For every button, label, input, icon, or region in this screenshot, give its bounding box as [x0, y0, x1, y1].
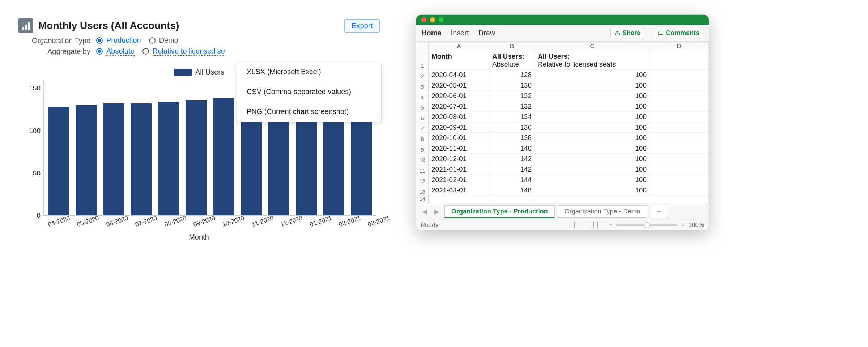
- ribbon-tab-draw[interactable]: Draw: [478, 29, 495, 37]
- cell[interactable]: 100: [535, 175, 650, 185]
- cell[interactable]: 148: [489, 185, 535, 195]
- cell[interactable]: All Users:Relative to licensed seats: [535, 51, 650, 69]
- cell[interactable]: 2020-12-01: [429, 154, 489, 164]
- option-relative[interactable]: Relative to licensed se: [153, 47, 225, 56]
- table-row[interactable]: 22020-04-01128100: [416, 70, 709, 80]
- add-sheet-button[interactable]: ＋: [650, 205, 668, 218]
- cell[interactable]: [650, 196, 709, 203]
- row-number[interactable]: 14: [416, 196, 429, 203]
- cell[interactable]: 100: [535, 154, 650, 164]
- minimize-icon[interactable]: [430, 17, 435, 22]
- cell[interactable]: 100: [535, 133, 650, 143]
- table-row[interactable]: 1MonthAll Users:AbsoluteAll Users:Relati…: [416, 51, 709, 70]
- option-production[interactable]: Production: [106, 36, 141, 45]
- row-number[interactable]: 3: [416, 80, 429, 90]
- radio-demo[interactable]: [149, 37, 156, 44]
- comments-button[interactable]: Comments: [654, 28, 703, 38]
- zoom-in-button[interactable]: +: [681, 221, 685, 229]
- row-number[interactable]: 8: [416, 133, 429, 143]
- radio-absolute[interactable]: [96, 48, 103, 55]
- table-row[interactable]: 92020-11-01140100: [416, 143, 709, 154]
- cell[interactable]: 2020-09-01: [429, 122, 489, 132]
- cell[interactable]: 142: [489, 164, 535, 174]
- cell[interactable]: [650, 51, 709, 69]
- cell[interactable]: 2020-07-01: [429, 101, 489, 111]
- row-number[interactable]: 6: [416, 112, 429, 122]
- cell[interactable]: [650, 70, 709, 80]
- cell[interactable]: 100: [535, 101, 650, 111]
- option-absolute[interactable]: Absolute: [106, 47, 135, 56]
- cell[interactable]: 2020-11-01: [429, 143, 489, 153]
- ribbon-tab-insert[interactable]: Insert: [451, 29, 469, 37]
- cell[interactable]: [650, 101, 709, 111]
- view-layout-icon[interactable]: [586, 222, 594, 228]
- cell[interactable]: 2020-04-01: [429, 70, 489, 80]
- cell[interactable]: 136: [489, 122, 535, 132]
- cell[interactable]: 140: [489, 143, 535, 153]
- row-number[interactable]: 1: [416, 51, 429, 69]
- ribbon-tab-home[interactable]: Home: [421, 29, 442, 37]
- close-icon[interactable]: [421, 17, 426, 22]
- col-header-b[interactable]: B: [489, 42, 535, 51]
- table-row[interactable]: 52020-07-01132100: [416, 101, 709, 112]
- cell[interactable]: 100: [535, 143, 650, 153]
- table-row[interactable]: 132021-03-01148100: [416, 185, 709, 196]
- row-number[interactable]: 5: [416, 101, 429, 111]
- cell[interactable]: 134: [489, 112, 535, 122]
- cell[interactable]: 2021-02-01: [429, 175, 489, 185]
- cell[interactable]: 100: [535, 185, 650, 195]
- maximize-icon[interactable]: [439, 17, 444, 22]
- cell[interactable]: 2020-06-01: [429, 91, 489, 101]
- share-button[interactable]: Share: [610, 28, 644, 38]
- cell[interactable]: 100: [535, 122, 650, 132]
- cell[interactable]: [650, 185, 709, 195]
- cell[interactable]: [650, 175, 709, 185]
- cell[interactable]: Month: [429, 51, 489, 69]
- cell[interactable]: [650, 133, 709, 143]
- cell[interactable]: 2020-08-01: [429, 112, 489, 122]
- cell[interactable]: 100: [535, 70, 650, 80]
- row-number[interactable]: 2: [416, 70, 429, 80]
- radio-production[interactable]: [96, 37, 103, 44]
- sheet-nav-prev[interactable]: ◀: [420, 208, 429, 216]
- row-number[interactable]: 11: [416, 164, 429, 174]
- cell[interactable]: 132: [489, 91, 535, 101]
- export-csv[interactable]: CSV (Comma-separated values): [237, 82, 381, 102]
- view-break-icon[interactable]: [597, 222, 605, 228]
- zoom-slider[interactable]: [616, 224, 678, 226]
- cell[interactable]: 100: [535, 164, 650, 174]
- export-button[interactable]: Export: [344, 19, 380, 33]
- row-number[interactable]: 13: [416, 185, 429, 195]
- cell[interactable]: 138: [489, 133, 535, 143]
- export-xlsx[interactable]: XLSX (Microsoft Excel): [237, 62, 381, 82]
- option-demo[interactable]: Demo: [159, 36, 178, 45]
- cell[interactable]: [650, 112, 709, 122]
- cell[interactable]: All Users:Absolute: [489, 51, 535, 69]
- cell[interactable]: 130: [489, 80, 535, 90]
- col-header-d[interactable]: D: [650, 42, 709, 51]
- cell[interactable]: 142: [489, 154, 535, 164]
- cell[interactable]: [650, 80, 709, 90]
- cell[interactable]: 144: [489, 175, 535, 185]
- table-row[interactable]: 14: [416, 196, 709, 203]
- sheet-nav-next[interactable]: ▶: [432, 208, 442, 216]
- cell[interactable]: 100: [535, 80, 650, 90]
- cell[interactable]: [650, 143, 709, 153]
- table-row[interactable]: 102020-12-01142100: [416, 154, 709, 164]
- cell[interactable]: 132: [489, 101, 535, 111]
- cell[interactable]: [489, 196, 535, 203]
- export-png[interactable]: PNG (Current chart screenshot): [237, 102, 381, 122]
- cell[interactable]: [650, 154, 709, 164]
- col-header-c[interactable]: C: [535, 42, 650, 51]
- cell[interactable]: 100: [535, 112, 650, 122]
- sheet-tab-production[interactable]: Organization Type - Production: [444, 205, 555, 218]
- cell[interactable]: [535, 196, 650, 203]
- view-normal-icon[interactable]: [574, 222, 582, 228]
- cell[interactable]: 2021-03-01: [429, 185, 489, 195]
- radio-relative[interactable]: [142, 48, 149, 55]
- cell[interactable]: [650, 164, 709, 174]
- table-row[interactable]: 72020-09-01136100: [416, 122, 709, 133]
- row-number[interactable]: 10: [416, 154, 429, 164]
- table-row[interactable]: 32020-05-01130100: [416, 80, 709, 91]
- table-row[interactable]: 42020-06-01132100: [416, 91, 709, 101]
